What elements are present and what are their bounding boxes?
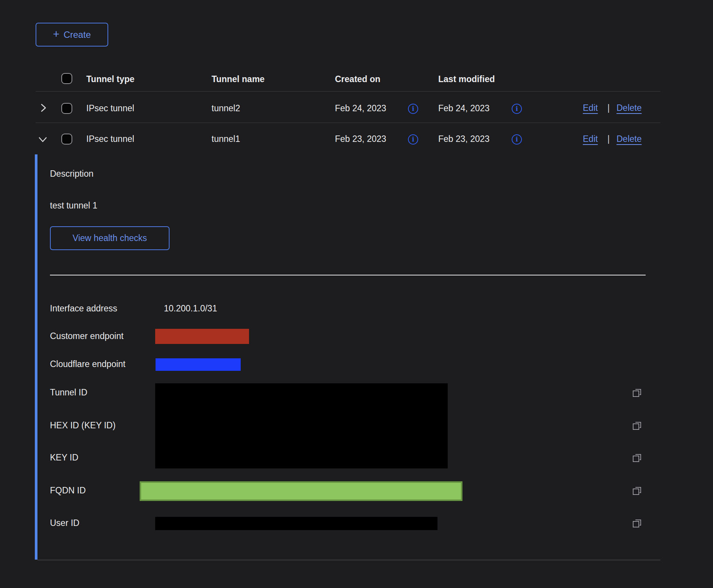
- chevron-right-icon[interactable]: [38, 103, 48, 114]
- table-bottom-divider: [37, 560, 660, 560]
- last-modified-cell: Feb 24, 2023: [438, 103, 490, 114]
- expanded-row-indicator-bar: [35, 154, 37, 560]
- plus-icon: +: [53, 29, 59, 40]
- description-label: Description: [50, 169, 93, 179]
- customer-endpoint-label: Customer endpoint: [50, 331, 123, 341]
- copy-icon[interactable]: [631, 452, 643, 464]
- copy-icon[interactable]: [631, 420, 643, 431]
- customer-endpoint-redacted-value: [155, 329, 249, 344]
- tunnel-name-cell: tunnel1: [212, 134, 240, 144]
- info-icon[interactable]: i: [512, 134, 522, 145]
- info-icon[interactable]: i: [408, 104, 418, 114]
- created-on-cell: Feb 23, 2023: [335, 134, 386, 144]
- interface-address-value: 10.200.1.0/31: [164, 303, 217, 314]
- select-row-checkbox[interactable]: [61, 103, 72, 114]
- column-header-created-on: Created on: [335, 74, 380, 84]
- hex-id-label: HEX ID (KEY ID): [50, 420, 115, 431]
- edit-link[interactable]: Edit: [583, 134, 598, 144]
- fqdn-id-label: FQDN ID: [50, 485, 86, 496]
- tunnel-type-cell: IPsec tunnel: [86, 134, 134, 144]
- column-header-tunnel-name: Tunnel name: [212, 74, 265, 84]
- column-header-last-modified: Last modified: [438, 74, 495, 84]
- tunnel-type-cell: IPsec tunnel: [86, 103, 134, 114]
- tunnel-name-cell: tunnel2: [212, 103, 240, 114]
- view-health-checks-label: View health checks: [73, 233, 147, 243]
- tunnels-page: + Create Tunnel type Tunnel name Created…: [0, 0, 713, 588]
- create-button-label: Create: [64, 30, 91, 40]
- edit-link[interactable]: Edit: [583, 103, 598, 113]
- panel-divider: [50, 275, 646, 275]
- create-button[interactable]: + Create: [36, 23, 108, 47]
- ids-redacted-value: [155, 383, 448, 468]
- copy-icon[interactable]: [631, 485, 643, 496]
- interface-address-label: Interface address: [50, 303, 117, 314]
- user-id-label: User ID: [50, 518, 79, 528]
- copy-icon[interactable]: [631, 518, 643, 529]
- user-id-redacted-value: [155, 517, 437, 530]
- chevron-down-icon[interactable]: [37, 134, 48, 146]
- cloudflare-endpoint-label: Cloudflare endpoint: [50, 359, 125, 369]
- tunnel-id-label: Tunnel ID: [50, 387, 87, 398]
- view-health-checks-button[interactable]: View health checks: [50, 226, 170, 250]
- link-separator: |: [607, 103, 610, 113]
- header-divider: [36, 91, 660, 92]
- select-row-checkbox[interactable]: [61, 134, 72, 145]
- select-all-checkbox[interactable]: [61, 73, 72, 84]
- key-id-label: KEY ID: [50, 453, 78, 463]
- last-modified-cell: Feb 23, 2023: [438, 134, 490, 144]
- delete-link[interactable]: Delete: [616, 134, 641, 144]
- delete-link[interactable]: Delete: [616, 103, 641, 113]
- info-icon[interactable]: i: [512, 104, 522, 114]
- created-on-cell: Feb 24, 2023: [335, 103, 386, 114]
- row-divider: [36, 123, 660, 123]
- fqdn-id-redacted-value: [140, 481, 462, 501]
- column-header-tunnel-type: Tunnel type: [86, 74, 134, 84]
- description-value: test tunnel 1: [50, 201, 97, 211]
- cloudflare-endpoint-redacted-value: [156, 358, 241, 371]
- info-icon[interactable]: i: [408, 134, 418, 145]
- link-separator: |: [607, 134, 610, 144]
- copy-icon[interactable]: [631, 387, 643, 398]
